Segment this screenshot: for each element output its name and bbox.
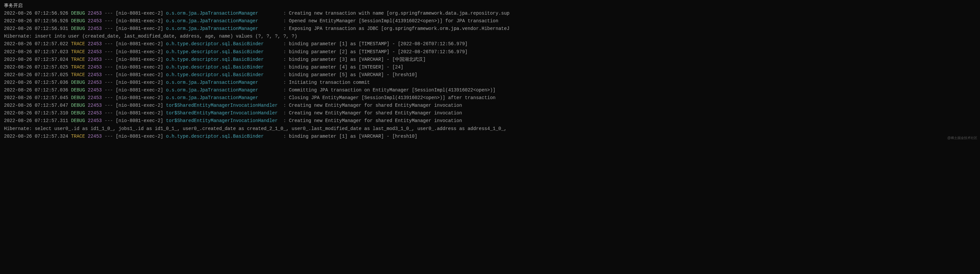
- log-pid: 22453: [88, 88, 102, 93]
- log-plain-text: Hibernate: select user0_.id as id1_1_0_,…: [4, 126, 507, 131]
- log-line: 2022-08-26 07:12:56.931 DEBUG 22453 --- …: [0, 25, 980, 33]
- log-pid: 22453: [88, 103, 102, 108]
- log-level: TRACE: [71, 57, 85, 62]
- log-thread: [nio-8081-exec-2]: [116, 134, 163, 139]
- log-message: Exposing JPA transaction as JDBC [org.sp…: [289, 26, 510, 31]
- log-line: 2022-08-26 07:12:57.045 DEBUG 22453 --- …: [0, 94, 980, 102]
- log-separator: ---: [104, 134, 113, 139]
- watermark-text: @稀土掘金技术社区: [947, 135, 977, 141]
- log-colon: :: [283, 65, 286, 70]
- log-level: TRACE: [71, 65, 85, 70]
- log-colon: :: [283, 26, 286, 31]
- log-separator: ---: [104, 49, 113, 54]
- log-level: TRACE: [71, 72, 85, 78]
- log-separator: ---: [104, 103, 113, 108]
- log-message: binding parameter [4] as [INTEGER] - [24…: [289, 65, 403, 70]
- log-pid: 22453: [88, 80, 102, 85]
- log-timestamp: 2022-08-26 07:12:57.310: [4, 110, 68, 116]
- log-timestamp: 2022-08-26 07:12:56.926: [4, 18, 68, 24]
- log-thread: [nio-8081-exec-2]: [116, 26, 163, 31]
- log-colon: :: [283, 18, 286, 24]
- log-pid: 22453: [88, 118, 102, 123]
- log-logger-name: o.s.orm.jpa.JpaTransactionManager: [166, 88, 280, 93]
- log-output-panel[interactable]: 事务开启 2022-08-26 07:12:56.926 DEBUG 22453…: [0, 2, 980, 140]
- log-pid: 22453: [88, 11, 102, 16]
- log-level: DEBUG: [71, 26, 85, 31]
- log-thread: [nio-8081-exec-2]: [116, 110, 163, 116]
- log-message: binding parameter [1] as [TIMESTAMP] - […: [289, 41, 468, 46]
- log-colon: :: [283, 88, 286, 93]
- log-colon: :: [283, 80, 286, 85]
- log-separator: ---: [104, 72, 113, 78]
- log-message: Creating new transaction with name [org.…: [289, 11, 510, 16]
- log-separator: ---: [104, 65, 113, 70]
- log-logger-name: o.s.orm.jpa.JpaTransactionManager: [166, 95, 280, 100]
- log-level: TRACE: [71, 134, 85, 139]
- log-colon: :: [283, 134, 286, 139]
- log-thread: [nio-8081-exec-2]: [116, 95, 163, 100]
- log-pid: 22453: [88, 49, 102, 54]
- log-message: binding parameter [5] as [VARCHAR] - [hr…: [289, 72, 417, 78]
- log-thread: [nio-8081-exec-2]: [116, 41, 163, 46]
- log-thread: [nio-8081-exec-2]: [116, 88, 163, 93]
- log-message: Committing JPA transaction on EntityMana…: [289, 88, 496, 93]
- log-line: Hibernate: select user0_.id as id1_1_0_,…: [0, 125, 980, 133]
- log-pid: 22453: [88, 95, 102, 100]
- log-pid: 22453: [88, 134, 102, 139]
- log-logger-name: tor$SharedEntityManagerInvocationHandler: [166, 103, 280, 108]
- log-timestamp: 2022-08-26 07:12:57.311: [4, 118, 68, 123]
- log-logger-name: o.s.orm.jpa.JpaTransactionManager: [166, 26, 280, 31]
- log-header: 事务开启: [0, 2, 980, 10]
- log-level: DEBUG: [71, 18, 85, 24]
- log-message: Initiating transaction commit: [289, 80, 370, 85]
- log-timestamp: 2022-08-26 07:12:56.926: [4, 11, 68, 16]
- log-thread: [nio-8081-exec-2]: [116, 18, 163, 24]
- log-colon: :: [283, 95, 286, 100]
- log-line: 2022-08-26 07:12:57.024 TRACE 22453 --- …: [0, 56, 980, 64]
- log-separator: ---: [104, 80, 113, 85]
- log-thread: [nio-8081-exec-2]: [116, 49, 163, 54]
- log-thread: [nio-8081-exec-2]: [116, 80, 163, 85]
- log-logger-name: o.h.type.descriptor.sql.BasicBinder: [166, 134, 280, 139]
- log-timestamp: 2022-08-26 07:12:57.023: [4, 49, 68, 54]
- log-colon: :: [283, 41, 286, 46]
- log-colon: :: [283, 11, 286, 16]
- log-message: Creating new EntityManager for shared En…: [289, 110, 462, 116]
- log-pid: 22453: [88, 110, 102, 116]
- log-message: Closing JPA EntityManager [SessionImpl(4…: [289, 95, 496, 100]
- log-level: DEBUG: [71, 11, 85, 16]
- log-line: 2022-08-26 07:12:57.310 DEBUG 22453 --- …: [0, 109, 980, 117]
- log-message: Creating new EntityManager for shared En…: [289, 103, 462, 108]
- log-pid: 22453: [88, 57, 102, 62]
- log-logger-name: o.h.type.descriptor.sql.BasicBinder: [166, 57, 280, 62]
- log-pid: 22453: [88, 41, 102, 46]
- log-timestamp: 2022-08-26 07:12:57.036: [4, 80, 68, 85]
- log-thread: [nio-8081-exec-2]: [116, 72, 163, 78]
- log-line: 2022-08-26 07:12:57.023 TRACE 22453 --- …: [0, 48, 980, 56]
- log-message: Creating new EntityManager for shared En…: [289, 118, 462, 123]
- log-line: 2022-08-26 07:12:56.926 DEBUG 22453 --- …: [0, 17, 980, 25]
- log-timestamp: 2022-08-26 07:12:57.025: [4, 72, 68, 78]
- log-message: binding parameter [1] as [VARCHAR] - [hr…: [289, 134, 417, 139]
- log-timestamp: 2022-08-26 07:12:56.931: [4, 26, 68, 31]
- log-separator: ---: [104, 95, 113, 100]
- log-timestamp: 2022-08-26 07:12:57.022: [4, 41, 68, 46]
- log-thread: [nio-8081-exec-2]: [116, 57, 163, 62]
- log-level: DEBUG: [71, 80, 85, 85]
- log-line: 2022-08-26 07:12:57.047 DEBUG 22453 --- …: [0, 102, 980, 109]
- log-timestamp: 2022-08-26 07:12:57.324: [4, 134, 68, 139]
- log-thread: [nio-8081-exec-2]: [116, 118, 163, 123]
- log-logger-name: o.s.orm.jpa.JpaTransactionManager: [166, 80, 280, 85]
- log-colon: :: [283, 49, 286, 54]
- log-logger-name: o.h.type.descriptor.sql.BasicBinder: [166, 49, 280, 54]
- log-level: DEBUG: [71, 118, 85, 123]
- log-level: TRACE: [71, 41, 85, 46]
- log-pid: 22453: [88, 26, 102, 31]
- log-line: 2022-08-26 07:12:57.036 DEBUG 22453 --- …: [0, 86, 980, 94]
- log-pid: 22453: [88, 65, 102, 70]
- log-separator: ---: [104, 88, 113, 93]
- log-message: binding parameter [2] as [TIMESTAMP] - […: [289, 49, 468, 54]
- log-logger-name: tor$SharedEntityManagerInvocationHandler: [166, 110, 280, 116]
- log-logger-name: tor$SharedEntityManagerInvocationHandler: [166, 118, 280, 123]
- log-timestamp: 2022-08-26 07:12:57.025: [4, 65, 68, 70]
